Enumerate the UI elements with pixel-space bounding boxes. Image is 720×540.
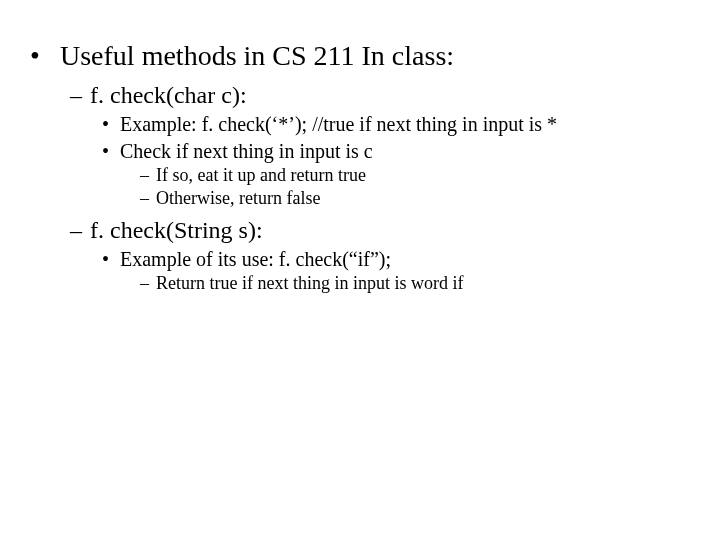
bullet-level4: – Otherwise, return false [140, 188, 690, 209]
method2-title: f. check(String s): [90, 217, 690, 244]
bullet-level3: • Example: f. check(‘*’); //true if next… [102, 113, 690, 136]
method1-desc: Check if next thing in input is c [120, 140, 690, 163]
dash-bullet-icon: – [140, 273, 156, 294]
method2-sub1: Return true if next thing in input is wo… [156, 273, 690, 294]
dash-bullet-icon: – [70, 217, 90, 244]
method1-sub1: If so, eat it up and return true [156, 165, 690, 186]
method1-sub2: Otherwise, return false [156, 188, 690, 209]
bullet-level4: – If so, eat it up and return true [140, 165, 690, 186]
slide-body: • Useful methods in CS 211 In class: – f… [0, 0, 720, 314]
method1-title: f. check(char c): [90, 82, 690, 109]
bullet-level3: • Example of its use: f. check(“if”); [102, 248, 690, 271]
disc-bullet-icon: • [102, 140, 120, 163]
dash-bullet-icon: – [140, 188, 156, 209]
method1-example: Example: f. check(‘*’); //true if next t… [120, 113, 690, 136]
disc-bullet-icon: • [102, 113, 120, 136]
bullet-level2: – f. check(char c): [70, 82, 690, 109]
bullet-level1: • Useful methods in CS 211 In class: [30, 40, 690, 72]
dash-bullet-icon: – [70, 82, 90, 109]
dash-bullet-icon: – [140, 165, 156, 186]
disc-bullet-icon: • [30, 40, 60, 72]
level1-text: Useful methods in CS 211 In class: [60, 40, 690, 72]
disc-bullet-icon: • [102, 248, 120, 271]
method2-example: Example of its use: f. check(“if”); [120, 248, 690, 271]
bullet-level4: – Return true if next thing in input is … [140, 273, 690, 294]
bullet-level3: • Check if next thing in input is c [102, 140, 690, 163]
bullet-level2: – f. check(String s): [70, 217, 690, 244]
